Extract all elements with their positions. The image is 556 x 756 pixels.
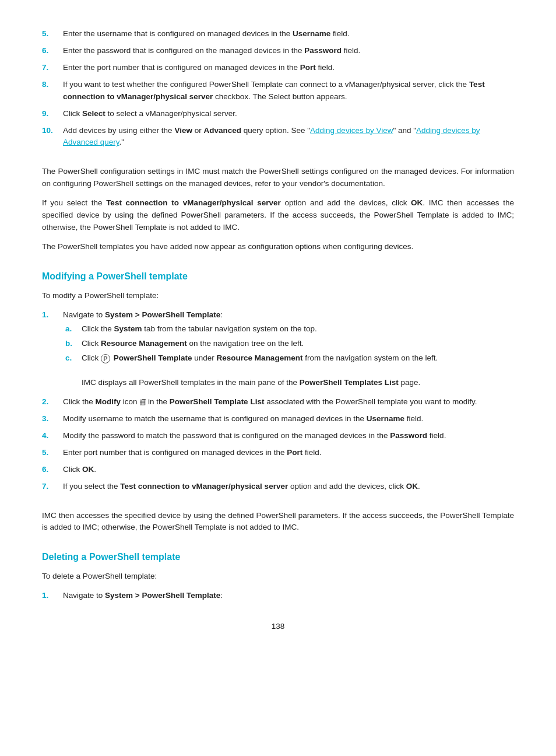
item-num-8: 8. [42, 79, 63, 103]
para-templates-appear: The PowerShell templates you have added … [42, 241, 514, 253]
item-content-7: Enter the port number that is configured… [63, 62, 514, 74]
modify-item-1: 1. Navigate to System > PowerShell Templ… [42, 309, 514, 392]
item-content-8: If you want to test whether the configur… [63, 79, 514, 103]
modify-num-5: 5. [42, 447, 63, 459]
item-num-6: 6. [42, 45, 63, 57]
p-icon: P [101, 354, 110, 363]
modify-num-2: 2. [42, 396, 63, 408]
page-content: 5. Enter the username that is configured… [0, 0, 556, 661]
link-adding-devices-advanced[interactable]: Adding devices by Advanced query [63, 126, 480, 147]
list-item-6: 6. Enter the password that is configured… [42, 45, 514, 57]
item-content-6: Enter the password that is configured on… [63, 45, 514, 57]
section-title-delete: Deleting a PowerShell template [42, 550, 514, 565]
modify-sub-item-a: a. Click the System tab from the tabular… [65, 323, 514, 335]
sub-content-b: Click Resource Management on the navigat… [82, 338, 514, 350]
para-modify-after: IMC then accesses the specified device b… [42, 510, 514, 534]
delete-item-1: 1. Navigate to System > PowerShell Templ… [42, 590, 514, 602]
list-item-5: 5. Enter the username that is configured… [42, 28, 514, 40]
modify-content-5: Enter port number that is configured on … [63, 447, 514, 459]
modify-content-3: Modify username to match the username th… [63, 413, 514, 425]
list-item-10: 10. Add devices by using either the View… [42, 125, 514, 149]
modify-sub-item-c: c. Click P PowerShell Template under Res… [65, 352, 514, 389]
modify-list: 1. Navigate to System > PowerShell Templ… [42, 309, 514, 493]
item-content-10: Add devices by using either the View or … [63, 125, 514, 149]
modify-num-6: 6. [42, 464, 63, 476]
link-adding-devices-view[interactable]: Adding devices by View [310, 126, 393, 135]
modify-item-6: 6. Click OK. [42, 464, 514, 476]
modify-intro: To modify a PowerShell template: [42, 290, 514, 302]
item-num-7: 7. [42, 62, 63, 74]
sub-num-b: b. [65, 338, 82, 350]
item-num-10: 10. [42, 125, 63, 149]
modify-content-7: If you select the Test connection to vMa… [63, 481, 514, 493]
delete-content-1: Navigate to System > PowerShell Template… [63, 590, 514, 602]
delete-intro: To delete a PowerShell template: [42, 570, 514, 583]
modify-content-4: Modify the password to match the passwor… [63, 430, 514, 442]
modify-item-4: 4. Modify the password to match the pass… [42, 430, 514, 442]
para-powershell-config: The PowerShell configuration settings in… [42, 166, 514, 190]
modify-sub-item-b: b. Click Resource Management on the navi… [65, 338, 514, 350]
modify-sub-list-1: a. Click the System tab from the tabular… [65, 323, 514, 389]
item-num-9: 9. [42, 108, 63, 120]
modify-content-6: Click OK. [63, 464, 514, 476]
delete-list: 1. Navigate to System > PowerShell Templ… [42, 590, 514, 602]
modify-item-5: 5. Enter port number that is configured … [42, 447, 514, 459]
modify-num-7: 7. [42, 481, 63, 493]
intro-list: 5. Enter the username that is configured… [42, 28, 514, 149]
para-test-connection: If you select the Test connection to vMa… [42, 197, 514, 234]
modify-content-2: Click the Modify icon ▦̅ in the PowerShe… [63, 396, 514, 408]
sub-content-a: Click the System tab from the tabular na… [82, 323, 514, 335]
page-number: 138 [42, 621, 514, 633]
delete-num-1: 1. [42, 590, 63, 602]
sub-num-c: c. [65, 352, 82, 389]
modify-content-1: Navigate to System > PowerShell Template… [63, 309, 514, 392]
list-item-7: 7. Enter the port number that is configu… [42, 62, 514, 74]
item-content-9: Click Select to select a vManager/physic… [63, 108, 514, 120]
sub-content-c: Click P PowerShell Template under Resour… [82, 352, 514, 389]
modify-num-3: 3. [42, 413, 63, 425]
modify-num-4: 4. [42, 430, 63, 442]
modify-item-2: 2. Click the Modify icon ▦̅ in the Power… [42, 396, 514, 408]
section-title-modify: Modifying a PowerShell template [42, 270, 514, 284]
sub-num-a: a. [65, 323, 82, 335]
item-num-5: 5. [42, 28, 63, 40]
list-item-8: 8. If you want to test whether the confi… [42, 79, 514, 103]
sub-note-c: IMC displays all PowerShell templates in… [82, 378, 420, 387]
modify-item-7: 7. If you select the Test connection to … [42, 481, 514, 493]
modify-item-3: 3. Modify username to match the username… [42, 413, 514, 425]
list-item-9: 9. Click Select to select a vManager/phy… [42, 108, 514, 120]
modify-num-1: 1. [42, 309, 63, 392]
modify-icon-symbol: ▦̅ [139, 397, 146, 408]
item-content-5: Enter the username that is configured on… [63, 28, 514, 40]
